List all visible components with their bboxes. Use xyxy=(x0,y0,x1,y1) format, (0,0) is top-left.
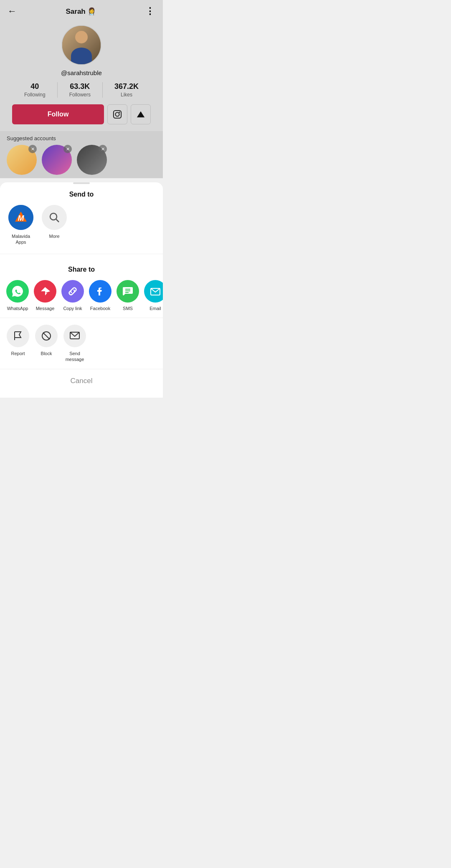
copylink-icon xyxy=(61,280,84,303)
svg-marker-3 xyxy=(137,111,144,118)
svg-point-7 xyxy=(50,213,57,220)
email-icon xyxy=(144,280,163,303)
suggested-item-3[interactable]: ✕ xyxy=(77,145,107,175)
page-title: Sarah 👩‍⚕️ xyxy=(66,7,96,16)
suggested-accounts: Suggested accounts ✕ ✕ ✕ xyxy=(0,131,163,178)
message-icon xyxy=(34,280,56,303)
instagram-button[interactable] xyxy=(107,104,127,124)
sendmessage-icon xyxy=(63,325,86,347)
send-to-row: M MalavidaApps More xyxy=(0,205,163,254)
svg-rect-0 xyxy=(114,111,121,118)
block-icon xyxy=(35,325,58,347)
svg-point-1 xyxy=(115,112,119,116)
stat-followers[interactable]: 63.3K Followers xyxy=(58,82,103,98)
share-up-button[interactable] xyxy=(131,104,151,124)
block-label: Block xyxy=(41,351,52,356)
profile-content: @sarahstruble 40 Following 63.3K Followe… xyxy=(0,21,163,131)
message-label: Message xyxy=(36,306,55,311)
email-label: Email xyxy=(149,306,161,311)
share-whatsapp[interactable]: WhatsApp xyxy=(7,280,28,311)
top-bar: ← Sarah 👩‍⚕️ ⋮ xyxy=(0,0,163,21)
share-sms[interactable]: SMS xyxy=(117,280,139,311)
bottom-actions-row: Report Block Sendmessage xyxy=(0,325,163,363)
action-block[interactable]: Block xyxy=(35,325,58,363)
malavida-icon-circle: M xyxy=(8,205,33,230)
sendmessage-label: Sendmessage xyxy=(66,351,84,363)
stat-likes[interactable]: 367.2K Likes xyxy=(103,82,150,98)
suggested-close-2[interactable]: ✕ xyxy=(63,145,72,153)
action-sendmessage[interactable]: Sendmessage xyxy=(63,325,86,363)
whatsapp-label: WhatsApp xyxy=(7,306,28,311)
send-to-malavida[interactable]: M MalavidaApps xyxy=(8,205,33,245)
following-count: 40 xyxy=(30,82,39,91)
followers-count: 63.3K xyxy=(70,82,90,91)
report-label: Report xyxy=(11,351,25,356)
profile-background: ← Sarah 👩‍⚕️ ⋮ @sarahstruble 40 Followin… xyxy=(0,0,163,178)
share-copylink[interactable]: Copy link xyxy=(62,280,84,311)
sms-label: SMS xyxy=(123,306,133,311)
whatsapp-icon xyxy=(6,280,29,303)
suggested-label: Suggested accounts xyxy=(7,135,156,141)
malavida-label: MalavidaApps xyxy=(12,233,30,245)
back-button[interactable]: ← xyxy=(8,6,17,17)
followers-label: Followers xyxy=(69,92,91,98)
action-row: Follow xyxy=(8,104,155,124)
suggested-item-1[interactable]: ✕ xyxy=(7,145,37,175)
send-to-more[interactable]: More xyxy=(42,205,67,239)
svg-line-8 xyxy=(56,220,59,222)
following-label: Following xyxy=(24,92,46,98)
suggested-item-2[interactable]: ✕ xyxy=(42,145,72,175)
bottom-sheet: Send to M MalavidaApps xyxy=(0,182,163,398)
sheet-handle xyxy=(73,182,90,184)
share-email[interactable]: Email xyxy=(144,280,163,311)
report-icon xyxy=(7,325,29,347)
suggested-avatars-list: ✕ ✕ ✕ xyxy=(7,145,156,175)
divider-2 xyxy=(0,318,163,318)
stat-following[interactable]: 40 Following xyxy=(13,82,58,98)
more-icon-circle xyxy=(42,205,67,230)
svg-marker-10 xyxy=(45,293,47,295)
more-label: More xyxy=(49,233,59,239)
svg-marker-9 xyxy=(41,287,50,293)
facebook-label: Facebook xyxy=(90,306,110,311)
facebook-icon xyxy=(89,280,111,303)
share-to-row: WhatsApp Message Copy link xyxy=(0,280,163,318)
username: @sarahstruble xyxy=(61,69,102,76)
suggested-close-1[interactable]: ✕ xyxy=(28,145,37,153)
likes-label: Likes xyxy=(121,92,132,98)
likes-count: 367.2K xyxy=(114,82,139,91)
sms-icon xyxy=(117,280,139,303)
share-message[interactable]: Message xyxy=(34,280,56,311)
copylink-label: Copy link xyxy=(63,306,82,311)
more-options-button[interactable]: ⋮ xyxy=(145,6,155,17)
share-facebook[interactable]: Facebook xyxy=(89,280,111,311)
svg-text:M: M xyxy=(18,214,25,222)
share-to-title: Share to xyxy=(0,261,163,280)
stats-row: 40 Following 63.3K Followers 367.2K Like… xyxy=(8,82,155,98)
cancel-button[interactable]: Cancel xyxy=(0,369,163,389)
action-report[interactable]: Report xyxy=(7,325,29,363)
svg-point-2 xyxy=(119,112,120,113)
follow-button[interactable]: Follow xyxy=(12,104,104,124)
avatar xyxy=(61,25,101,65)
suggested-close-3[interactable]: ✕ xyxy=(99,145,107,153)
divider-1 xyxy=(0,254,163,254)
svg-line-13 xyxy=(43,333,50,339)
malavida-inner: M xyxy=(8,205,33,230)
send-to-title: Send to xyxy=(0,186,163,205)
